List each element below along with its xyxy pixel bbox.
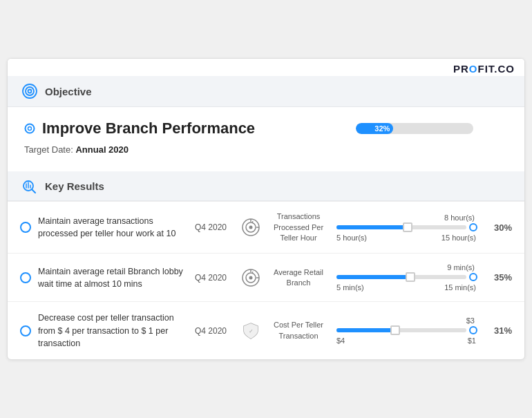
kr2-icon-svg (241, 268, 260, 287)
kr3-slider-area: $3 $4 $1 (334, 316, 480, 345)
kr3-label-right: $1 (468, 336, 476, 345)
kr1-quarter: Q4 2020 (190, 222, 231, 232)
kr2-quarter: Q4 2020 (190, 273, 231, 283)
key-results-area: Maintain average transactions processed … (8, 201, 524, 359)
progress-bar-fill: 32% (356, 123, 393, 134)
kr3-end-dot (469, 326, 477, 334)
objective-section-header: Objective (8, 76, 524, 107)
kr2-label-right: 15 min(s) (444, 283, 476, 292)
objective-circle-icon (24, 123, 35, 134)
key-results-icon (21, 178, 37, 193)
svg-point-0 (23, 84, 37, 98)
progress-bar-track: 32% (356, 123, 473, 134)
kr3-icon-svg: ✓ (241, 321, 260, 341)
top-bar: PROFIT.CO (8, 59, 524, 76)
kr1-end-dot (469, 223, 477, 231)
kr1-description: Maintain average transactions processed … (38, 215, 183, 240)
objective-title: Improve Branch Performance (42, 120, 255, 137)
kr3-bottom-labels: $4 $1 (336, 336, 477, 345)
kr2-top-label: 9 min(s) (336, 263, 477, 272)
kr3-top-label: $3 (336, 316, 477, 325)
kr3-fill (336, 328, 395, 332)
target-date: Target Date: Annual 2020 (24, 144, 508, 164)
kr3-description: Decrease cost per teller transaction fro… (38, 312, 183, 349)
kr1-track[interactable] (336, 225, 466, 229)
kr2-fill (336, 275, 410, 279)
logo: PROFIT.CO (453, 63, 515, 75)
kr2-percentage: 35% (487, 272, 512, 283)
objective-title-row: Improve Branch Performance 32% (24, 120, 508, 137)
target-date-value: Annual 2020 (75, 144, 129, 155)
kr1-thumb[interactable] (403, 222, 412, 232)
kr3-percentage: 31% (487, 325, 512, 336)
key-results-title: Key Results (45, 180, 104, 192)
objective-icon (21, 83, 38, 99)
kr3-thumb[interactable] (390, 325, 400, 335)
svg-line-6 (32, 189, 35, 193)
kr-row-3: Decrease cost per teller transaction fro… (8, 301, 524, 359)
progress-label: 32% (374, 124, 390, 133)
svg-point-2 (28, 90, 32, 93)
kr-row-2: Maintain average retail Bbranch lobby wa… (8, 253, 524, 301)
kr1-label-right: 15 hour(s) (441, 234, 476, 242)
kr2-slider-area: 9 min(s) 5 min(s) 15 min(s) (334, 263, 480, 292)
kr2-track[interactable] (336, 275, 466, 279)
kr1-track-row (336, 223, 477, 231)
kr3-track-row (336, 326, 477, 334)
kr3-circle-icon (20, 325, 31, 336)
kr3-track[interactable] (336, 328, 466, 332)
kr1-label-left: 5 hour(s) (336, 234, 367, 242)
kr3-top-label-text: $3 (466, 316, 475, 325)
target-date-label: Target Date: (24, 144, 73, 155)
main-card: PROFIT.CO Objective Improve Branch Perfo… (7, 58, 525, 360)
kr2-end-dot (469, 273, 477, 281)
objective-section-title: Objective (45, 86, 92, 97)
objective-progress: 32% (356, 123, 508, 134)
kr1-bottom-labels: 5 hour(s) 15 hour(s) (336, 233, 477, 242)
kr2-bottom-labels: 5 min(s) 15 min(s) (336, 283, 477, 292)
kr2-circle-icon (20, 272, 31, 283)
kr3-label-left: $4 (336, 336, 345, 345)
kr1-circle-icon (20, 222, 31, 233)
svg-point-12 (249, 226, 253, 229)
kr3-metric-icon: ✓ (238, 321, 263, 341)
kr3-quarter: Q4 2020 (190, 326, 231, 336)
key-results-section-header: Key Results (8, 171, 524, 201)
kr1-fill (336, 225, 408, 229)
kr2-track-row (336, 273, 477, 281)
kr1-metric-icon (238, 218, 263, 237)
kr1-top-label-text: 8 hour(s) (444, 213, 475, 222)
objective-area: Improve Branch Performance 32% Target Da… (8, 107, 524, 171)
svg-point-18 (249, 276, 253, 279)
kr1-icon-svg (241, 218, 260, 237)
logo-accent: O (469, 63, 478, 75)
kr2-description: Maintain average retail Bbranch lobby wa… (38, 265, 183, 290)
kr2-label-left: 5 min(s) (336, 283, 364, 292)
kr1-slider-area: 8 hour(s) 5 hour(s) 15 hour(s) (334, 213, 480, 242)
kr-row-1: Maintain average transactions processed … (8, 201, 524, 253)
kr2-top-label-text: 9 min(s) (447, 263, 475, 272)
kr2-metric-name: Average Retail Branch (270, 267, 327, 289)
svg-point-1 (26, 87, 34, 95)
kr2-thumb[interactable] (406, 272, 415, 282)
kr3-metric-name: Cost Per Teller Transaction (270, 320, 327, 341)
svg-text:✓: ✓ (249, 328, 254, 334)
kr2-metric-icon (238, 268, 263, 287)
kr1-percentage: 30% (487, 222, 512, 233)
svg-point-3 (26, 124, 35, 133)
svg-point-4 (28, 127, 32, 131)
kr1-metric-name: Transactions Processed Per Teller Hour (270, 211, 327, 243)
kr1-top-label: 8 hour(s) (336, 213, 477, 222)
